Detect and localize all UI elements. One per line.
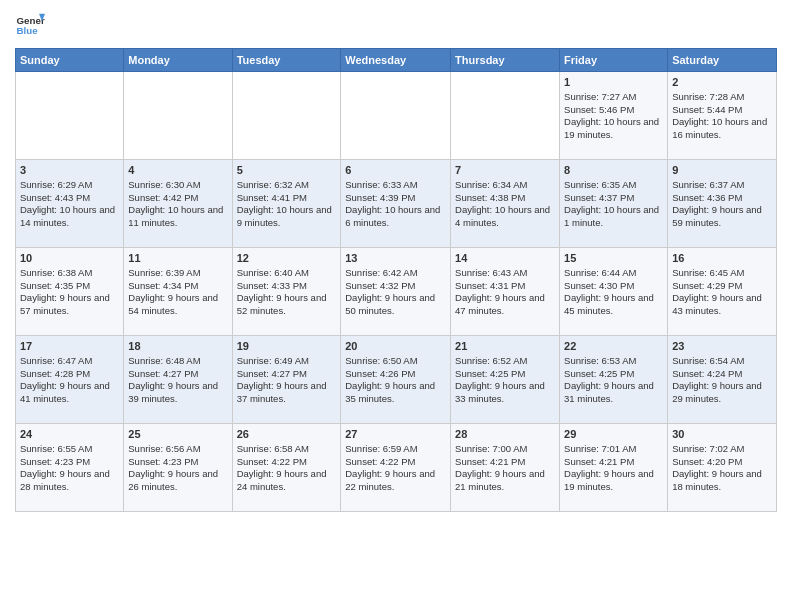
calendar-day-30: 30Sunrise: 7:02 AMSunset: 4:20 PMDayligh… xyxy=(668,424,777,512)
day-info: Sunrise: 7:02 AM xyxy=(672,443,772,456)
day-number: 13 xyxy=(345,251,446,266)
day-info: Sunrise: 6:56 AM xyxy=(128,443,227,456)
day-info: Daylight: 10 hours and 11 minutes. xyxy=(128,204,227,230)
day-info: Sunset: 4:22 PM xyxy=(345,456,446,469)
day-info: Sunrise: 6:42 AM xyxy=(345,267,446,280)
day-info: Daylight: 9 hours and 35 minutes. xyxy=(345,380,446,406)
day-info: Sunrise: 6:35 AM xyxy=(564,179,663,192)
day-info: Sunrise: 6:37 AM xyxy=(672,179,772,192)
weekday-header-sunday: Sunday xyxy=(16,49,124,72)
day-info: Sunrise: 6:34 AM xyxy=(455,179,555,192)
weekday-header-monday: Monday xyxy=(124,49,232,72)
day-info: Daylight: 9 hours and 41 minutes. xyxy=(20,380,119,406)
day-info: Sunset: 4:28 PM xyxy=(20,368,119,381)
day-number: 25 xyxy=(128,427,227,442)
day-number: 11 xyxy=(128,251,227,266)
day-number: 3 xyxy=(20,163,119,178)
day-info: Daylight: 9 hours and 22 minutes. xyxy=(345,468,446,494)
calendar-day-17: 17Sunrise: 6:47 AMSunset: 4:28 PMDayligh… xyxy=(16,336,124,424)
calendar-day-23: 23Sunrise: 6:54 AMSunset: 4:24 PMDayligh… xyxy=(668,336,777,424)
calendar-body: 1Sunrise: 7:27 AMSunset: 5:46 PMDaylight… xyxy=(16,72,777,512)
day-info: Sunset: 4:29 PM xyxy=(672,280,772,293)
day-info: Sunrise: 6:38 AM xyxy=(20,267,119,280)
day-info: Daylight: 9 hours and 45 minutes. xyxy=(564,292,663,318)
day-info: Daylight: 9 hours and 31 minutes. xyxy=(564,380,663,406)
day-info: Daylight: 9 hours and 43 minutes. xyxy=(672,292,772,318)
day-info: Sunrise: 7:01 AM xyxy=(564,443,663,456)
day-info: Daylight: 9 hours and 26 minutes. xyxy=(128,468,227,494)
day-info: Daylight: 9 hours and 59 minutes. xyxy=(672,204,772,230)
day-info: Daylight: 10 hours and 1 minute. xyxy=(564,204,663,230)
day-info: Daylight: 9 hours and 57 minutes. xyxy=(20,292,119,318)
day-info: Sunrise: 6:44 AM xyxy=(564,267,663,280)
day-number: 30 xyxy=(672,427,772,442)
day-info: Sunset: 4:38 PM xyxy=(455,192,555,205)
day-number: 22 xyxy=(564,339,663,354)
day-info: Sunrise: 7:27 AM xyxy=(564,91,663,104)
calendar-day-24: 24Sunrise: 6:55 AMSunset: 4:23 PMDayligh… xyxy=(16,424,124,512)
day-number: 18 xyxy=(128,339,227,354)
day-number: 2 xyxy=(672,75,772,90)
calendar-day-16: 16Sunrise: 6:45 AMSunset: 4:29 PMDayligh… xyxy=(668,248,777,336)
day-info: Daylight: 9 hours and 24 minutes. xyxy=(237,468,337,494)
day-info: Sunset: 5:44 PM xyxy=(672,104,772,117)
logo-icon: General Blue xyxy=(15,10,45,40)
calendar-week-5: 24Sunrise: 6:55 AMSunset: 4:23 PMDayligh… xyxy=(16,424,777,512)
calendar-day-18: 18Sunrise: 6:48 AMSunset: 4:27 PMDayligh… xyxy=(124,336,232,424)
day-info: Daylight: 9 hours and 21 minutes. xyxy=(455,468,555,494)
day-info: Daylight: 9 hours and 29 minutes. xyxy=(672,380,772,406)
calendar-day-29: 29Sunrise: 7:01 AMSunset: 4:21 PMDayligh… xyxy=(560,424,668,512)
weekday-header-tuesday: Tuesday xyxy=(232,49,341,72)
weekday-header-saturday: Saturday xyxy=(668,49,777,72)
day-info: Sunrise: 6:43 AM xyxy=(455,267,555,280)
calendar-day-empty xyxy=(341,72,451,160)
day-info: Sunrise: 6:54 AM xyxy=(672,355,772,368)
calendar-day-27: 27Sunrise: 6:59 AMSunset: 4:22 PMDayligh… xyxy=(341,424,451,512)
day-info: Sunset: 4:27 PM xyxy=(128,368,227,381)
day-info: Sunrise: 6:32 AM xyxy=(237,179,337,192)
day-number: 27 xyxy=(345,427,446,442)
calendar-day-9: 9Sunrise: 6:37 AMSunset: 4:36 PMDaylight… xyxy=(668,160,777,248)
weekday-header-friday: Friday xyxy=(560,49,668,72)
calendar-day-1: 1Sunrise: 7:27 AMSunset: 5:46 PMDaylight… xyxy=(560,72,668,160)
day-info: Sunrise: 6:40 AM xyxy=(237,267,337,280)
calendar-day-10: 10Sunrise: 6:38 AMSunset: 4:35 PMDayligh… xyxy=(16,248,124,336)
day-info: Sunset: 4:23 PM xyxy=(20,456,119,469)
day-number: 10 xyxy=(20,251,119,266)
day-info: Daylight: 9 hours and 47 minutes. xyxy=(455,292,555,318)
day-info: Sunset: 4:33 PM xyxy=(237,280,337,293)
calendar-day-5: 5Sunrise: 6:32 AMSunset: 4:41 PMDaylight… xyxy=(232,160,341,248)
day-info: Daylight: 9 hours and 18 minutes. xyxy=(672,468,772,494)
day-info: Sunset: 4:34 PM xyxy=(128,280,227,293)
day-info: Sunrise: 6:50 AM xyxy=(345,355,446,368)
day-info: Sunset: 4:41 PM xyxy=(237,192,337,205)
calendar: SundayMondayTuesdayWednesdayThursdayFrid… xyxy=(15,48,777,512)
calendar-day-19: 19Sunrise: 6:49 AMSunset: 4:27 PMDayligh… xyxy=(232,336,341,424)
day-number: 26 xyxy=(237,427,337,442)
day-info: Sunrise: 6:45 AM xyxy=(672,267,772,280)
day-info: Sunset: 4:42 PM xyxy=(128,192,227,205)
day-number: 1 xyxy=(564,75,663,90)
day-info: Sunrise: 6:55 AM xyxy=(20,443,119,456)
calendar-day-empty xyxy=(232,72,341,160)
day-info: Sunrise: 7:00 AM xyxy=(455,443,555,456)
day-number: 16 xyxy=(672,251,772,266)
day-info: Sunset: 4:21 PM xyxy=(564,456,663,469)
calendar-header: SundayMondayTuesdayWednesdayThursdayFrid… xyxy=(16,49,777,72)
day-info: Sunset: 4:31 PM xyxy=(455,280,555,293)
calendar-day-26: 26Sunrise: 6:58 AMSunset: 4:22 PMDayligh… xyxy=(232,424,341,512)
day-info: Sunset: 5:46 PM xyxy=(564,104,663,117)
day-info: Daylight: 9 hours and 54 minutes. xyxy=(128,292,227,318)
day-info: Sunset: 4:20 PM xyxy=(672,456,772,469)
day-number: 5 xyxy=(237,163,337,178)
day-info: Sunrise: 6:49 AM xyxy=(237,355,337,368)
calendar-day-2: 2Sunrise: 7:28 AMSunset: 5:44 PMDaylight… xyxy=(668,72,777,160)
day-info: Daylight: 10 hours and 19 minutes. xyxy=(564,116,663,142)
calendar-day-15: 15Sunrise: 6:44 AMSunset: 4:30 PMDayligh… xyxy=(560,248,668,336)
calendar-day-11: 11Sunrise: 6:39 AMSunset: 4:34 PMDayligh… xyxy=(124,248,232,336)
calendar-day-4: 4Sunrise: 6:30 AMSunset: 4:42 PMDaylight… xyxy=(124,160,232,248)
day-info: Sunset: 4:21 PM xyxy=(455,456,555,469)
day-info: Sunset: 4:39 PM xyxy=(345,192,446,205)
day-info: Sunset: 4:24 PM xyxy=(672,368,772,381)
calendar-day-3: 3Sunrise: 6:29 AMSunset: 4:43 PMDaylight… xyxy=(16,160,124,248)
